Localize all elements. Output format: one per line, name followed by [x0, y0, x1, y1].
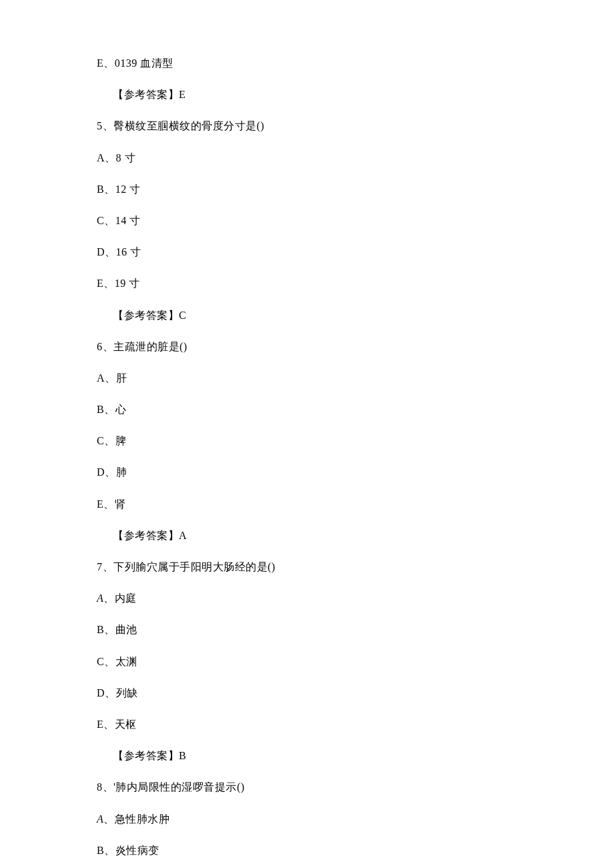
text-line: 【参考答案】C [97, 309, 517, 322]
text-line: 8、'肺内局限性的湿啰音提示() [97, 781, 517, 793]
text-line: A、急性肺水肿 [97, 813, 517, 825]
text-line: E、0139 血清型 [97, 57, 517, 69]
text-line: D、肺 [97, 466, 517, 478]
italic-letter: A [97, 813, 103, 825]
text-line: B、曲池 [97, 623, 517, 636]
text-line: D、16 寸 [97, 246, 517, 258]
text-line: E、19 寸 [97, 277, 517, 290]
text-line: 7、下列腧穴属于手阳明大肠经的是() [97, 560, 517, 573]
text-line: 【参考答案】A [97, 529, 517, 542]
text-line: B、炎性病变 [97, 844, 517, 857]
text-line: C、太渊 [97, 655, 517, 668]
text-line: B、心 [97, 403, 517, 416]
text-line: 【参考答案】E [97, 88, 517, 101]
text-line: E、肾 [97, 498, 517, 510]
text-line: 5、臀横纹至腘横纹的骨度分寸是() [97, 119, 517, 132]
text-line: A、内庭 [97, 592, 517, 604]
italic-letter: A [97, 592, 103, 604]
text-line: B、12 寸 [97, 183, 517, 195]
text-line: C、14 寸 [97, 214, 517, 227]
text-line: D、列缺 [97, 687, 517, 699]
text-rest: 、急性肺水肿 [103, 813, 170, 825]
text-line: A、8 寸 [97, 151, 517, 164]
text-line: C、脾 [97, 434, 517, 447]
text-line: E、天枢 [97, 718, 517, 731]
text-line: A、肝 [97, 372, 517, 384]
text-line: 【参考答案】B [97, 749, 517, 762]
text-rest: 、内庭 [103, 592, 137, 604]
text-line: 6、主疏泄的脏是() [97, 340, 517, 353]
document-content: E、0139 血清型【参考答案】E5、臀横纹至腘横纹的骨度分寸是()A、8 寸B… [97, 57, 517, 868]
